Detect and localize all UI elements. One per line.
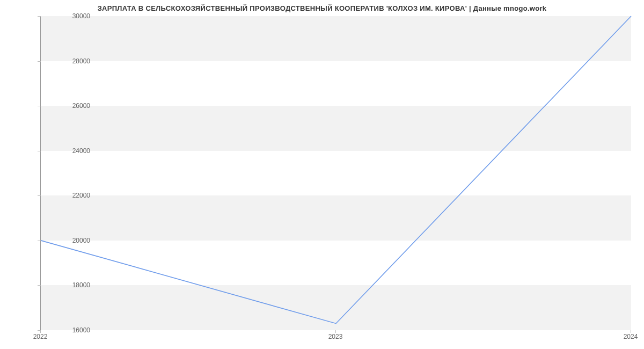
y-tick-mark: [38, 106, 41, 106]
y-tick-mark: [38, 195, 41, 196]
y-tick-label: 28000: [58, 57, 90, 65]
y-tick-label: 16000: [58, 326, 90, 334]
salary-line: [41, 16, 631, 323]
x-tick-mark: [631, 330, 631, 333]
y-tick-mark: [38, 241, 41, 241]
y-tick-label: 18000: [58, 281, 90, 289]
chart-title: ЗАРПЛАТА В СЕЛЬСКОХОЗЯЙСТВЕННЫЙ ПРОИЗВОД…: [0, 0, 644, 12]
x-tick-label: 2024: [624, 333, 638, 340]
x-tick-label: 2022: [33, 333, 48, 340]
x-tick-mark: [335, 330, 336, 333]
x-tick-label: 2023: [328, 333, 343, 340]
plot-container: [40, 16, 631, 330]
y-tick-label: 22000: [58, 192, 90, 199]
y-tick-label: 20000: [58, 237, 90, 244]
y-tick-mark: [38, 151, 41, 151]
plot-area: [40, 16, 631, 330]
x-tick-mark: [40, 330, 41, 333]
y-tick-label: 26000: [58, 102, 90, 110]
line-series-layer: [41, 16, 631, 330]
y-tick-mark: [38, 285, 41, 286]
y-tick-label: 24000: [58, 147, 90, 155]
y-tick-mark: [38, 61, 41, 62]
y-tick-label: 30000: [58, 12, 90, 20]
y-tick-mark: [38, 16, 41, 17]
